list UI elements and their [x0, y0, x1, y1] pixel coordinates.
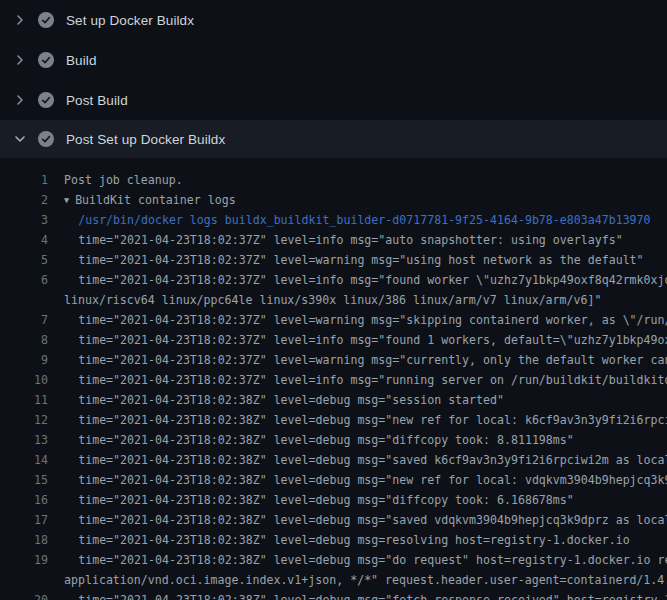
log-line-text: time="2021-04-23T18:02:37Z" level=info m…: [64, 370, 667, 390]
log-line-text: /usr/bin/docker logs buildx_buildkit_bui…: [64, 210, 651, 230]
log-line-number[interactable]: 16: [0, 490, 48, 510]
log-line-content: application/vnd.oci.image.index.v1+json,…: [64, 573, 667, 587]
log-line: 16 time="2021-04-23T18:02:38Z" level=deb…: [0, 490, 667, 510]
log-line-number[interactable]: 14: [0, 450, 48, 470]
log-line-number[interactable]: 12: [0, 410, 48, 430]
log-line-content: time="2021-04-23T18:02:37Z" level=info m…: [78, 333, 667, 347]
triangle-down-icon: ▼: [64, 190, 69, 210]
chevron-right-icon: [12, 12, 28, 28]
log-line-number[interactable]: 17: [0, 510, 48, 530]
log-line-number[interactable]: 6: [0, 270, 48, 290]
log-line-text: time="2021-04-23T18:02:38Z" level=debug …: [64, 530, 630, 550]
log-line: 10 time="2021-04-23T18:02:37Z" level=inf…: [0, 370, 667, 390]
log-line: 6 time="2021-04-23T18:02:37Z" level=info…: [0, 270, 667, 290]
log-line-content: time="2021-04-23T18:02:37Z" level=info m…: [78, 233, 622, 247]
log-line-content: BuildKit container logs: [75, 193, 236, 207]
log-line-text: time="2021-04-23T18:02:38Z" level=debug …: [64, 490, 574, 510]
log-line-number[interactable]: 8: [0, 330, 48, 350]
log-line: application/vnd.oci.image.index.v1+json,…: [0, 570, 667, 590]
log-line: 18 time="2021-04-23T18:02:38Z" level=deb…: [0, 530, 667, 550]
log-line-number[interactable]: 9: [0, 350, 48, 370]
step-row-setup-docker-buildx[interactable]: Set up Docker Buildx: [0, 0, 667, 40]
log-line: 9 time="2021-04-23T18:02:37Z" level=warn…: [0, 350, 667, 370]
log-line-content: time="2021-04-23T18:02:37Z" level=warnin…: [78, 253, 643, 267]
step-label: Set up Docker Buildx: [66, 13, 194, 28]
log-line-number[interactable]: 1: [0, 170, 48, 190]
log-line-number[interactable]: 15: [0, 470, 48, 490]
log-line-text: time="2021-04-23T18:02:38Z" level=debug …: [64, 470, 667, 490]
log-line-text: time="2021-04-23T18:02:38Z" level=debug …: [64, 590, 667, 600]
step-row-post-build[interactable]: Post Build: [0, 80, 667, 120]
log-line-number[interactable]: 11: [0, 390, 48, 410]
log-line-text: time="2021-04-23T18:02:38Z" level=debug …: [64, 390, 504, 410]
log-line-content: time="2021-04-23T18:02:38Z" level=debug …: [78, 473, 667, 487]
check-circle-icon: [38, 92, 54, 108]
log-line-text: time="2021-04-23T18:02:37Z" level=warnin…: [64, 250, 644, 270]
log-line-number[interactable]: 7: [0, 310, 48, 330]
log-line-content: time="2021-04-23T18:02:38Z" level=debug …: [78, 593, 667, 600]
log-line-number[interactable]: 19: [0, 550, 48, 570]
check-circle-icon: [38, 12, 54, 28]
log-line-content: time="2021-04-23T18:02:38Z" level=debug …: [78, 413, 667, 427]
log-line-number[interactable]: 5: [0, 250, 48, 270]
log-line-content: time="2021-04-23T18:02:38Z" level=debug …: [78, 433, 574, 447]
log-line: 14 time="2021-04-23T18:02:38Z" level=deb…: [0, 450, 667, 470]
log-line: 8 time="2021-04-23T18:02:37Z" level=info…: [0, 330, 667, 350]
log-line-text: time="2021-04-23T18:02:37Z" level=warnin…: [64, 350, 667, 370]
log-line-text: time="2021-04-23T18:02:38Z" level=debug …: [64, 430, 574, 450]
log-line-content: time="2021-04-23T18:02:38Z" level=debug …: [78, 513, 667, 527]
log-line-content: time="2021-04-23T18:02:37Z" level=info m…: [78, 373, 667, 387]
log-line: 13 time="2021-04-23T18:02:38Z" level=deb…: [0, 430, 667, 450]
log-line-text: time="2021-04-23T18:02:37Z" level=info m…: [64, 330, 667, 350]
log-line: 12 time="2021-04-23T18:02:38Z" level=deb…: [0, 410, 667, 430]
log-line-text: time="2021-04-23T18:02:38Z" level=debug …: [64, 450, 667, 470]
log-line-text: time="2021-04-23T18:02:37Z" level=warnin…: [64, 310, 667, 330]
log-line: 7 time="2021-04-23T18:02:37Z" level=warn…: [0, 310, 667, 330]
log-line: 20 time="2021-04-23T18:02:38Z" level=deb…: [0, 590, 667, 600]
log-line-content: time="2021-04-23T18:02:38Z" level=debug …: [78, 453, 667, 467]
actions-log-viewer: Set up Docker Buildx Build Post Build: [0, 0, 667, 600]
log-line: 5 time="2021-04-23T18:02:37Z" level=warn…: [0, 250, 667, 270]
log-line-text: application/vnd.oci.image.index.v1+json,…: [64, 570, 667, 590]
log-line-content: Post job cleanup.: [64, 173, 183, 187]
step-row-build[interactable]: Build: [0, 40, 667, 80]
log-line-content: time="2021-04-23T18:02:38Z" level=debug …: [78, 533, 629, 547]
log-output: 1 Post job cleanup. 2 ▼BuildKit containe…: [0, 158, 667, 600]
log-line: 4 time="2021-04-23T18:02:37Z" level=info…: [0, 230, 667, 250]
log-line-number[interactable]: [0, 290, 48, 310]
log-line: linux/riscv64 linux/ppc64le linux/s390x …: [0, 290, 667, 310]
log-line-number[interactable]: 10: [0, 370, 48, 390]
check-circle-icon: [38, 52, 54, 68]
log-line: 11 time="2021-04-23T18:02:38Z" level=deb…: [0, 390, 667, 410]
step-row-post-setup-docker-buildx[interactable]: Post Set up Docker Buildx: [0, 120, 667, 158]
log-line-text: time="2021-04-23T18:02:37Z" level=info m…: [64, 230, 623, 250]
log-line-number[interactable]: 18: [0, 530, 48, 550]
log-line-content: linux/riscv64 linux/ppc64le linux/s390x …: [64, 293, 601, 307]
log-line-text: time="2021-04-23T18:02:37Z" level=info m…: [64, 270, 667, 290]
step-label: Build: [66, 53, 97, 68]
log-line: 19 time="2021-04-23T18:02:38Z" level=deb…: [0, 550, 667, 570]
log-line: 1 Post job cleanup.: [0, 170, 667, 190]
step-label: Post Set up Docker Buildx: [66, 132, 225, 147]
log-line: 3 /usr/bin/docker logs buildx_buildkit_b…: [0, 210, 667, 230]
log-line-text: ▼BuildKit container logs: [64, 190, 236, 210]
log-line-content: time="2021-04-23T18:02:38Z" level=debug …: [78, 553, 667, 567]
log-line-number[interactable]: [0, 570, 48, 590]
log-line-number[interactable]: 4: [0, 230, 48, 250]
log-line-text: time="2021-04-23T18:02:38Z" level=debug …: [64, 550, 667, 570]
log-line-content: /usr/bin/docker logs buildx_buildkit_bui…: [78, 213, 650, 227]
chevron-right-icon: [12, 52, 28, 68]
log-line-number[interactable]: 2: [0, 190, 48, 210]
log-line-text: time="2021-04-23T18:02:38Z" level=debug …: [64, 410, 667, 430]
log-line-content: time="2021-04-23T18:02:37Z" level=warnin…: [78, 353, 667, 367]
log-line-number[interactable]: 13: [0, 430, 48, 450]
log-line-number[interactable]: 3: [0, 210, 48, 230]
step-list: Set up Docker Buildx Build Post Build: [0, 0, 667, 158]
log-line-number[interactable]: 20: [0, 590, 48, 600]
log-line: 17 time="2021-04-23T18:02:38Z" level=deb…: [0, 510, 667, 530]
chevron-right-icon: [12, 92, 28, 108]
log-line-content: time="2021-04-23T18:02:38Z" level=debug …: [78, 393, 504, 407]
log-line-text: time="2021-04-23T18:02:38Z" level=debug …: [64, 510, 667, 530]
log-line[interactable]: 2 ▼BuildKit container logs: [0, 190, 667, 210]
chevron-down-icon: [12, 131, 28, 147]
